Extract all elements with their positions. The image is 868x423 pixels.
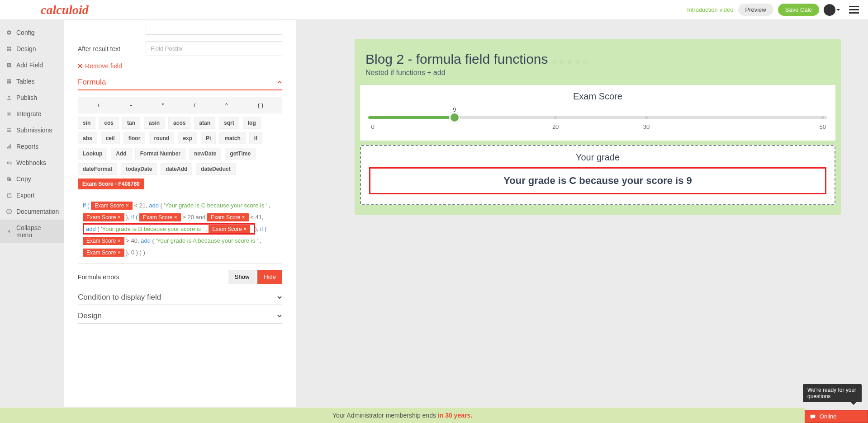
remove-field-button[interactable]: Remove field xyxy=(78,62,282,70)
fn-btn-exp[interactable]: exp xyxy=(178,132,197,144)
chip-exam-score[interactable]: Exam Score × xyxy=(83,249,124,257)
op-paren[interactable]: ( ) xyxy=(258,102,263,108)
intro-video-link[interactable]: Introduction video xyxy=(687,6,734,13)
fn-btn-sin[interactable]: sin xyxy=(78,117,95,129)
gear-icon xyxy=(6,30,12,35)
sidebar-item-design[interactable]: Design xyxy=(0,41,64,57)
sidebar-item-integrate[interactable]: Integrate xyxy=(0,106,64,122)
op-div[interactable]: / xyxy=(194,102,195,108)
op-minus[interactable]: - xyxy=(130,102,132,108)
logo[interactable]: calculoid xyxy=(41,3,89,17)
fn-btn-asin[interactable]: asin xyxy=(144,117,165,129)
design-section-title: Design xyxy=(78,311,102,320)
slider-thumb[interactable] xyxy=(449,112,460,123)
fn-btn-abs[interactable]: abs xyxy=(78,132,97,144)
fn-btn-add[interactable]: Add xyxy=(111,148,131,160)
chevron-up-icon xyxy=(277,80,282,85)
fn-btn-cos[interactable]: cos xyxy=(99,117,119,129)
sidebar-label: Config xyxy=(16,29,34,36)
fn-btn-floor[interactable]: floor xyxy=(123,132,146,144)
sidebar-item-export[interactable]: Export xyxy=(0,187,64,203)
sidebar-item-publish[interactable]: Publish xyxy=(0,89,64,106)
sidebar-label: Webhooks xyxy=(16,159,46,166)
after-result-input[interactable] xyxy=(146,41,282,56)
chevron-down-icon xyxy=(277,313,282,319)
save-calc-button[interactable]: Save Calc xyxy=(778,4,819,16)
slider-tick xyxy=(821,116,824,119)
function-grid: sincostanasinacosatansqrtlogabsceilfloor… xyxy=(78,117,282,175)
chip-exam-score[interactable]: Exam Score × xyxy=(139,213,181,221)
fn-btn-acos[interactable]: acos xyxy=(168,117,190,129)
sidebar-label: Integrate xyxy=(16,110,41,118)
fn-btn-lookup[interactable]: Lookup xyxy=(78,148,107,160)
sidebar-item-reports[interactable]: Reports xyxy=(0,138,64,155)
slider-fill xyxy=(368,116,455,119)
sidebar-item-tables[interactable]: Tables xyxy=(0,73,64,89)
fn-btn-sqrt[interactable]: sqrt xyxy=(219,117,239,129)
sidebar-item-collapse[interactable]: Collapse menu xyxy=(0,220,64,243)
show-errors-button[interactable]: Show xyxy=(228,270,256,284)
hide-errors-button[interactable]: Hide xyxy=(257,270,282,284)
exam-score-title: Exam Score xyxy=(368,91,827,102)
preview-button[interactable]: Preview xyxy=(738,4,773,16)
sidebar-item-copy[interactable]: Copy xyxy=(0,171,64,187)
fn-btn-format-number[interactable]: Format Number xyxy=(135,148,185,160)
sidebar-item-webhooks[interactable]: Webhooks xyxy=(0,155,64,171)
fn-btn-round[interactable]: round xyxy=(149,132,174,144)
formula-editor[interactable]: if ( Exam Score × < 21, add ( 'Your grad… xyxy=(78,195,282,263)
fn-btn-datededuct[interactable]: dateDeduct xyxy=(196,163,235,175)
fn-btn-atan[interactable]: atan xyxy=(194,117,215,129)
chip-exam-score[interactable]: Exam Score × xyxy=(207,213,249,221)
sidebar: Config Design Add Field Tables Publish I… xyxy=(0,20,64,407)
integrate-icon xyxy=(6,111,12,117)
sidebar-label: Publish xyxy=(16,94,37,101)
formula-section-header[interactable]: Formula xyxy=(78,78,282,90)
chip-exam-score[interactable]: Exam Score × xyxy=(91,202,133,210)
export-icon xyxy=(6,193,12,198)
hamburger-menu[interactable] xyxy=(849,6,859,14)
sidebar-item-add-field[interactable]: Add Field xyxy=(0,57,64,73)
fn-btn-if[interactable]: if xyxy=(249,132,262,144)
avatar-icon xyxy=(824,4,835,16)
rating-stars[interactable]: ☆ ☆ ☆ ☆ ☆ xyxy=(550,58,588,65)
chip-exam-score[interactable]: Exam Score × xyxy=(83,237,124,245)
fn-btn-tan[interactable]: tan xyxy=(122,117,140,129)
chip-exam-score[interactable]: Exam Score × xyxy=(83,213,124,221)
fn-btn-dateformat[interactable]: dateFormat xyxy=(78,163,117,175)
fn-btn-todaydate[interactable]: todayDate xyxy=(121,163,157,175)
chevron-down-icon xyxy=(277,295,282,300)
condition-section-header[interactable]: Condition to display field xyxy=(78,293,282,305)
sidebar-label: Documentation xyxy=(16,208,59,215)
svg-text:?: ? xyxy=(8,210,10,214)
op-mult[interactable]: * xyxy=(162,102,164,108)
fn-btn-gettime[interactable]: getTime xyxy=(225,148,256,160)
op-pow[interactable]: ^ xyxy=(225,102,228,108)
user-menu[interactable] xyxy=(824,4,840,16)
chevron-left-icon xyxy=(6,229,12,234)
chip-exam-score[interactable]: Exam Score × xyxy=(209,225,250,233)
sidebar-item-submissions[interactable]: Submissions xyxy=(0,122,64,138)
fn-btn-log[interactable]: log xyxy=(243,117,261,129)
chat-bubble[interactable]: We're ready for your questions xyxy=(803,384,862,402)
field-chip-exam-score[interactable]: Exam Score - F408780 xyxy=(78,179,144,189)
op-plus[interactable]: + xyxy=(97,102,100,108)
help-icon: ? xyxy=(6,209,12,214)
sidebar-item-documentation[interactable]: ? Documentation xyxy=(0,203,64,220)
bars-icon xyxy=(6,144,12,149)
list-icon xyxy=(6,127,12,133)
fn-btn-dateadd[interactable]: dateAdd xyxy=(161,163,192,175)
before-result-input[interactable] xyxy=(146,20,282,35)
design-section-header[interactable]: Design xyxy=(78,311,282,324)
preview-panel: Blog 2 - formula field functions ☆ ☆ ☆ ☆… xyxy=(296,20,868,407)
fn-btn-ceil[interactable]: ceil xyxy=(101,132,120,144)
sidebar-label: Collapse menu xyxy=(16,224,58,239)
fn-btn-newdate[interactable]: newDate xyxy=(189,148,221,160)
design-icon xyxy=(6,46,12,52)
fn-btn-pi[interactable]: Pi xyxy=(201,132,216,144)
exam-score-slider[interactable]: 9 0 20 30 50 xyxy=(368,106,827,131)
slider-labels: 0 20 30 50 xyxy=(368,123,827,131)
fn-btn-match[interactable]: match xyxy=(219,132,245,144)
sidebar-item-config[interactable]: Config xyxy=(0,24,64,41)
grade-block[interactable]: Your grade Your grade is C because your … xyxy=(360,145,835,205)
exam-score-block: Exam Score 9 0 20 30 5 xyxy=(360,85,835,141)
